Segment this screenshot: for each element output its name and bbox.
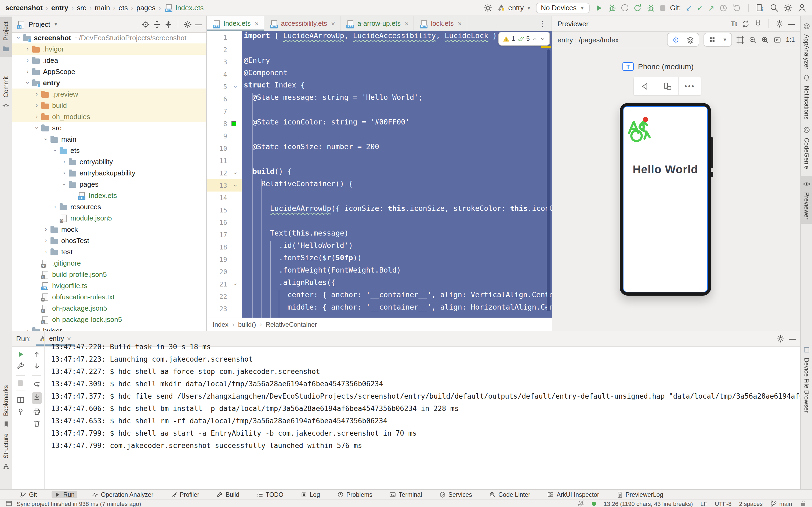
more-options-button[interactable]: ••• <box>679 77 701 95</box>
chevron-collapsed-icon[interactable]: › <box>24 69 31 74</box>
tree-item-.preview[interactable]: ›.preview <box>12 89 206 100</box>
stop-button[interactable] <box>660 5 665 10</box>
gutter-line-21[interactable]: 21› <box>207 278 242 290</box>
lock-icon[interactable] <box>800 500 807 507</box>
tree-item-mock[interactable]: ›mock <box>12 224 206 235</box>
plugin-icon[interactable] <box>754 19 762 27</box>
gutter-line-12[interactable]: 12› <box>207 167 242 179</box>
hide-panel-icon[interactable]: — <box>195 20 202 28</box>
collapse-all-icon[interactable] <box>164 20 172 28</box>
inspection-widget[interactable]: 1 5 <box>498 32 550 46</box>
tree-item-entryability[interactable]: ›entryability <box>12 156 206 167</box>
tab-options-icon[interactable]: ⋮ <box>533 16 552 31</box>
code-editor[interactable]: import { LucideAArrowUp, LucideAccessibi… <box>207 31 552 318</box>
panel-settings-icon[interactable] <box>184 20 192 28</box>
breadcrumb-item-Index.ets[interactable]: Index.ets <box>164 4 204 12</box>
grid-view-button[interactable] <box>705 36 719 44</box>
tool-window-button-run[interactable]: Run <box>51 491 77 498</box>
gutter-line-1[interactable]: 1 <box>207 31 242 44</box>
chevron-collapsed-icon[interactable]: › <box>61 170 68 176</box>
expand-all-icon[interactable] <box>153 20 161 28</box>
tree-item-hvigor[interactable]: ›hvigor <box>12 325 206 331</box>
tool-window-button-services[interactable]: Services <box>437 491 475 498</box>
gutter-line-17[interactable]: 17 <box>207 229 242 241</box>
tool-window-button-previewerlog[interactable]: PreviewerLog <box>614 491 666 498</box>
fold-arrow-icon[interactable]: › <box>233 172 239 174</box>
prev-issue-icon[interactable] <box>532 36 538 42</box>
breadcrumb-item-screenshot[interactable]: screenshot <box>5 4 43 12</box>
breadcrumb-item-src[interactable]: src <box>77 4 86 12</box>
chevron-collapsed-icon[interactable]: › <box>33 114 40 120</box>
down-stack-trace-icon[interactable] <box>33 362 41 370</box>
gutter-line-9[interactable]: 9 <box>207 130 242 142</box>
caret-position-label[interactable]: 13:26 (1190 chars, 43 line breaks) <box>604 500 693 507</box>
fold-arrow-icon[interactable]: › <box>233 86 239 88</box>
tree-item-test[interactable]: ›test <box>12 246 206 258</box>
rerun-icon[interactable] <box>16 350 24 358</box>
refresh-previewer-icon[interactable] <box>742 19 750 27</box>
chevron-collapsed-icon[interactable]: › <box>24 57 31 63</box>
chevron-collapsed-icon[interactable]: › <box>24 46 31 52</box>
tool-button-codegenie[interactable]: CodeGenie <box>801 126 812 169</box>
project-settings-icon[interactable] <box>484 3 493 12</box>
chevron-collapsed-icon[interactable]: › <box>61 159 68 165</box>
chevron-collapsed-icon[interactable]: › <box>42 249 49 255</box>
editor-tab-a-arrow-up.ets[interactable]: a-arrow-up.ets✕ <box>341 16 414 31</box>
phone-screen[interactable]: Hello World <box>623 106 708 292</box>
encoding-label[interactable]: UTF-8 <box>715 500 731 507</box>
rotate-device-button[interactable] <box>656 77 679 95</box>
tool-button-commit[interactable]: Commit <box>0 76 12 109</box>
tool-button-bookmarks[interactable]: Bookmarks <box>0 385 12 427</box>
gutter-line-22[interactable]: 22 <box>207 290 242 302</box>
device-select[interactable]: No Devices ▼ <box>536 2 590 13</box>
previewer-settings-icon[interactable] <box>775 19 783 27</box>
tree-item-Index.ets[interactable]: Index.ets <box>12 190 206 201</box>
tool-window-button-code-linter[interactable]: Code Linter <box>487 491 533 498</box>
breadcrumb-item-pages[interactable]: pages <box>137 4 155 12</box>
tree-item-oh-package.json5[interactable]: oh-package.json5 <box>12 302 206 314</box>
frame-select-icon[interactable] <box>737 36 745 44</box>
tree-item-hvigorfile.ts[interactable]: hvigorfile.ts <box>12 280 206 291</box>
chevron-collapsed-icon[interactable]: › <box>42 238 49 243</box>
git-push-button[interactable]: ↗ <box>708 3 714 12</box>
tool-window-button-arkui-inspector[interactable]: ArkUI Inspector <box>545 491 602 498</box>
run-button[interactable] <box>594 3 603 12</box>
line-separator-label[interactable]: LF <box>700 500 707 507</box>
fold-arrow-icon[interactable]: › <box>233 283 239 285</box>
gutter-line-15[interactable]: 15 <box>207 204 242 216</box>
chevron-collapsed-icon[interactable]: › <box>33 91 40 97</box>
zoom-out-icon[interactable] <box>749 36 757 44</box>
tree-item-build[interactable]: ›build <box>12 100 206 111</box>
close-icon[interactable]: ✕ <box>254 21 259 26</box>
scroll-to-end-button[interactable] <box>32 392 42 404</box>
chevron-collapsed-icon[interactable]: › <box>42 226 49 232</box>
tree-item-main[interactable]: ›main <box>12 133 206 145</box>
chevron-collapsed-icon[interactable]: › <box>24 328 31 331</box>
gutter-line-4[interactable]: 4 <box>207 68 242 80</box>
account-icon[interactable] <box>798 3 807 12</box>
git-rollback-button[interactable] <box>732 3 741 12</box>
tool-button-structure[interactable]: Structure <box>0 434 12 470</box>
mute-notifications-icon[interactable] <box>577 500 584 507</box>
editor-scrollbar[interactable] <box>547 49 551 311</box>
wrench-icon[interactable] <box>16 362 24 370</box>
git-update-button[interactable]: ↙ <box>686 3 692 12</box>
git-branch-widget[interactable]: main <box>770 500 792 507</box>
breadcrumb-item-entry[interactable]: entry <box>51 4 68 12</box>
inspect-mode-button[interactable] <box>669 36 683 44</box>
chevron-expanded-icon[interactable]: › <box>34 124 40 131</box>
layers-mode-button[interactable] <box>683 36 698 44</box>
tree-item-build-profile.json5[interactable]: build-profile.json5 <box>12 269 206 280</box>
git-history-button[interactable] <box>719 3 728 12</box>
project-panel-title[interactable]: Project <box>29 20 50 28</box>
settings-gear-icon[interactable] <box>783 3 793 12</box>
font-scale-icon[interactable]: Tt <box>731 19 738 27</box>
editor-tab-Index.ets[interactable]: Index.ets✕ <box>207 16 264 31</box>
grid-dropdown[interactable]: ▼ <box>719 37 731 42</box>
tree-item-resources[interactable]: ›resources <box>12 201 206 213</box>
next-issue-icon[interactable] <box>540 36 546 42</box>
tree-item-screenshot[interactable]: ›screenshot~/DevEcoStudioProjects/screen… <box>12 32 206 44</box>
editor-breadcrumb-build()[interactable]: build() <box>238 321 256 328</box>
debug-button[interactable] <box>608 3 616 12</box>
back-button[interactable] <box>634 77 656 95</box>
